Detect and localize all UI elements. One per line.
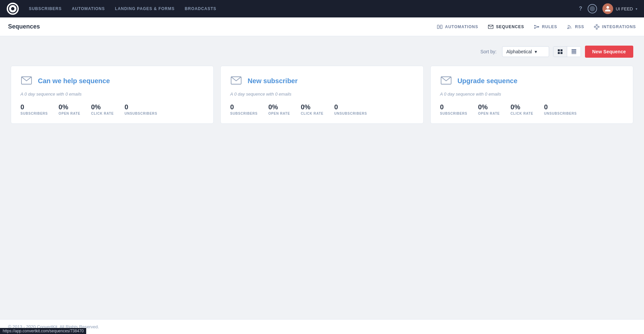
svg-rect-19 [560, 49, 562, 51]
card-title-3: Upgrade sequence [458, 77, 518, 85]
sequences-icon [488, 24, 494, 30]
stat-openrate-1: 0% OPEN RATE [59, 103, 80, 115]
nav-links: SUBSCRIBERS AUTOMATIONS LANDING PAGES & … [29, 6, 569, 11]
footer: © 2013 - 2020 ConvertKit. All Rights Res… [0, 319, 644, 334]
stat-openrate-3: 0% OPEN RATE [478, 103, 500, 115]
view-toggle [553, 46, 581, 57]
svg-rect-22 [572, 49, 576, 51]
automations-icon [437, 24, 443, 30]
stat-unsubs-1: 0 UNSUBSCRIBERS [124, 103, 157, 115]
svg-rect-12 [596, 24, 597, 25]
card-stats-1: 0 SUBSCRIBERS 0% OPEN RATE 0% CLICK RATE… [20, 103, 204, 115]
user-menu[interactable]: UI FEED ▾ [602, 3, 637, 14]
status-url: https://app.convertkit.com/sequences/738… [3, 329, 84, 333]
svg-rect-20 [558, 52, 560, 54]
sort-dropdown[interactable]: Alphabetical ▾ [502, 46, 549, 57]
envelope-icon-1 [20, 74, 33, 88]
help-button[interactable]: ? [579, 6, 582, 12]
username: UI FEED [616, 6, 633, 11]
svg-point-6 [534, 25, 535, 26]
subnav-automations[interactable]: AUTOMATIONS [437, 24, 478, 30]
card-header-1: Can we help sequence [20, 74, 204, 88]
svg-rect-0 [437, 25, 439, 29]
page-title: Sequences [8, 23, 437, 30]
rss-icon [567, 24, 573, 30]
sub-nav-links: AUTOMATIONS SEQUENCES RUL [437, 24, 636, 30]
sub-navigation: Sequences AUTOMATIONS SEQUENCES [0, 17, 644, 36]
sort-chevron-icon: ▾ [535, 49, 537, 54]
subnav-integrations[interactable]: INTEGRATIONS [594, 24, 636, 30]
svg-rect-23 [572, 51, 576, 53]
user-menu-chevron-icon: ▾ [636, 7, 637, 11]
subnav-rules[interactable]: RULES [534, 24, 557, 30]
stat-clickrate-3: 0% CLICK RATE [511, 103, 533, 115]
card-subtitle-2: A 0 day sequence with 0 emails [230, 92, 414, 97]
nav-right: ? UI FEED ▾ [579, 3, 637, 14]
stat-openrate-2: 0% OPEN RATE [268, 103, 290, 115]
notification-button[interactable] [588, 4, 597, 13]
nav-subscribers[interactable]: SUBSCRIBERS [29, 6, 62, 11]
envelope-icon-2 [230, 74, 242, 88]
stat-subscribers-3: 0 SUBSCRIBERS [440, 103, 468, 115]
main-content: Sort by: Alphabetical ▾ [0, 36, 644, 133]
svg-rect-1 [440, 25, 442, 29]
nav-landing-pages[interactable]: LANDING PAGES & FORMS [115, 6, 175, 11]
avatar [602, 3, 613, 14]
stat-subscribers-1: 0 SUBSCRIBERS [20, 103, 48, 115]
status-bar: https://app.convertkit.com/sequences/738… [0, 328, 86, 334]
card-title-2: New subscriber [248, 77, 298, 85]
stat-unsubs-2: 0 UNSUBSCRIBERS [334, 103, 367, 115]
subnav-sequences[interactable]: SEQUENCES [488, 24, 524, 30]
list-icon [571, 49, 577, 54]
nav-broadcasts[interactable]: BROADCASTS [185, 6, 216, 11]
card-subtitle-1: A 0 day sequence with 0 emails [20, 92, 204, 97]
user-icon [604, 5, 611, 12]
stat-unsubs-3: 0 UNSUBSCRIBERS [544, 103, 577, 115]
card-header-3: Upgrade sequence [440, 74, 624, 88]
svg-point-8 [534, 27, 535, 29]
card-header-2: New subscriber [230, 74, 414, 88]
svg-rect-18 [558, 49, 560, 51]
grid-icon [557, 49, 563, 54]
stat-subscribers-2: 0 SUBSCRIBERS [230, 103, 258, 115]
integrations-icon [594, 24, 600, 30]
svg-point-9 [568, 28, 569, 29]
sequence-card-2[interactable]: New subscriber A 0 day sequence with 0 e… [220, 66, 423, 124]
logo[interactable] [7, 3, 19, 15]
sequences-grid: Can we help sequence A 0 day sequence wi… [11, 66, 633, 124]
svg-rect-21 [560, 52, 562, 54]
toolbar: Sort by: Alphabetical ▾ [11, 46, 633, 58]
svg-rect-11 [598, 26, 599, 27]
stat-clickrate-1: 0% CLICK RATE [91, 103, 114, 115]
sort-value: Alphabetical [506, 49, 532, 54]
card-stats-2: 0 SUBSCRIBERS 0% OPEN RATE 0% CLICK RATE… [230, 103, 414, 115]
svg-rect-10 [594, 26, 595, 27]
rules-icon [534, 24, 540, 30]
top-navigation: SUBSCRIBERS AUTOMATIONS LANDING PAGES & … [0, 0, 644, 17]
svg-point-7 [538, 26, 539, 27]
stat-clickrate-2: 0% CLICK RATE [301, 103, 324, 115]
card-subtitle-3: A 0 day sequence with 0 emails [440, 92, 624, 97]
grid-view-button[interactable] [553, 47, 567, 57]
nav-automations[interactable]: AUTOMATIONS [72, 6, 105, 11]
sequence-card-1[interactable]: Can we help sequence A 0 day sequence wi… [11, 66, 214, 124]
card-stats-3: 0 SUBSCRIBERS 0% OPEN RATE 0% CLICK RATE… [440, 103, 624, 115]
svg-rect-13 [596, 28, 597, 29]
sort-label: Sort by: [480, 49, 496, 54]
new-sequence-button[interactable]: New Sequence [585, 46, 634, 58]
card-title-1: Can we help sequence [38, 77, 110, 85]
list-view-button[interactable] [567, 47, 581, 57]
sequence-card-3[interactable]: Upgrade sequence A 0 day sequence with 0… [430, 66, 633, 124]
envelope-icon-3 [440, 74, 452, 88]
svg-rect-24 [572, 53, 576, 54]
subnav-rss[interactable]: RSS [567, 24, 584, 30]
